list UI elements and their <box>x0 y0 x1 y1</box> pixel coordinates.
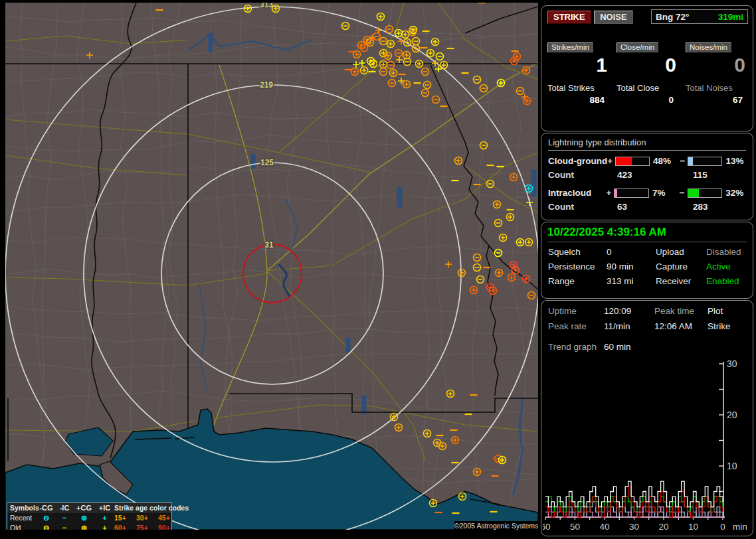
strikes-column: Strikes/min 1 Total Strikes 884 <box>547 40 610 105</box>
cg-minus-count: 115 <box>693 170 708 180</box>
trend-label-row: Trend graph 60 min <box>548 342 753 352</box>
svg-text:10: 10 <box>688 522 698 532</box>
total-noises-value: 67 <box>686 95 748 105</box>
svg-text:20: 20 <box>658 522 668 532</box>
state-borders <box>5 3 538 461</box>
total-close-value: 0 <box>616 95 679 105</box>
svg-text:313: 313 <box>260 3 273 9</box>
noises-per-min-chip: Noises/min <box>686 42 731 52</box>
bearing-display: Bng 72° 319mi <box>651 9 748 24</box>
symbols-legend: Symbols -CG -IC +CG +IC Strike age color… <box>7 502 172 530</box>
copyright-text: ©2005 Astrogenic Systems <box>454 521 538 530</box>
lightning-detector-app: 31321912531 Symbols -CG -IC +CG +IC Stri… <box>0 0 756 539</box>
old-pos-ic-icon: + <box>95 523 114 530</box>
intracloud-count-row: Count 63 283 <box>548 202 753 212</box>
svg-text:0: 0 <box>720 522 725 532</box>
recent-neg-ic-icon: − <box>56 513 73 523</box>
recent-pos-cg-icon: ⊕ <box>73 513 95 523</box>
map-canvas: 31321912531 <box>5 3 538 530</box>
stats-row: Uptime 120:09 Peak time Plot <box>548 306 753 316</box>
total-noises-label: Total Noises <box>686 83 748 93</box>
cloud-ground-row: Cloud-ground + 48% − 13% <box>548 156 753 166</box>
old-pos-cg-icon: ⊕ <box>73 523 95 530</box>
noise-button[interactable]: NOISE <box>594 11 632 24</box>
strike-map[interactable]: 31321912531 Symbols -CG -IC +CG +IC Stri… <box>5 3 538 530</box>
ic-minus-bar <box>688 189 723 198</box>
datetime-display: 10/22/2025 4:39:16 AM <box>547 226 747 242</box>
legend-age-title: Strike age color codes <box>114 503 180 513</box>
ic-plus-count: 63 <box>617 202 693 212</box>
trend-graph: 1020306050403020100min <box>543 356 750 533</box>
strikes-rate: 1 <box>547 54 610 76</box>
svg-text:20: 20 <box>727 410 737 420</box>
svg-text:60: 60 <box>543 522 551 532</box>
strike-button[interactable]: STRIKE <box>547 11 591 24</box>
svg-text:30: 30 <box>727 358 737 369</box>
svg-text:50: 50 <box>570 522 580 532</box>
lakes-rivers <box>189 33 536 495</box>
total-strikes-label: Total Strikes <box>547 83 610 93</box>
status-row: Squelch 0 Upload Disabled <box>548 247 753 257</box>
old-neg-ic-icon: − <box>56 523 73 530</box>
svg-text:125: 125 <box>260 158 274 167</box>
noises-column: Noises/min 0 Total Noises 67 <box>686 40 748 105</box>
total-strikes-value: 884 <box>547 95 610 105</box>
status-box: 10/22/2025 4:39:16 AM Squelch 0 Upload D… <box>541 222 753 299</box>
stats-row: Peak rate 11/min 12:06 AM Strike <box>548 321 753 331</box>
svg-text:min: min <box>733 522 747 532</box>
bearing-label: Bng 72° <box>656 12 689 22</box>
total-close-label: Total Close <box>616 83 679 93</box>
svg-text:30: 30 <box>629 522 639 532</box>
svg-text:40: 40 <box>599 522 609 532</box>
legend-col-ncg: -CG <box>37 503 56 513</box>
ic-plus-bar <box>614 189 649 198</box>
control-panel: STRIKE NOISE Bng 72° 319mi Strikes/min 1… <box>539 0 756 539</box>
roads <box>5 3 538 461</box>
close-column: Close/min 0 Total Close 0 <box>616 40 679 105</box>
legend-col-pic: +IC <box>95 503 114 513</box>
legend-col-pcg: +CG <box>73 503 95 513</box>
cg-minus-bar <box>688 157 722 166</box>
counters-box: STRIKE NOISE Bng 72° 319mi Strikes/min 1… <box>541 5 753 131</box>
ring-labels: 31321912531 <box>260 3 274 250</box>
distribution-title: Lightning type distribution <box>548 137 746 151</box>
old-neg-cg-icon: ⊖ <box>37 523 56 530</box>
upload-status: Disabled <box>706 247 753 257</box>
legend-row-old: Old ⊖ − ⊕ + 60+ 75+ 90+ <box>7 523 171 530</box>
cg-plus-bar <box>615 157 650 166</box>
trend-box: Uptime 120:09 Peak time Plot Peak rate 1… <box>541 300 753 536</box>
capture-status: Active <box>706 262 753 271</box>
status-row: Range 313 mi Receiver Enabled <box>548 276 753 286</box>
svg-text:219: 219 <box>260 80 273 90</box>
svg-text:10: 10 <box>727 461 737 471</box>
intracloud-row: Intracloud + 7% − 32% <box>548 188 753 198</box>
status-row: Persistence 90 min Capture Active <box>548 262 753 271</box>
close-per-min-chip: Close/min <box>616 42 658 52</box>
cg-plus-count: 423 <box>617 170 693 180</box>
legend-row-recent: Recent ⊖ − ⊕ + 15+ 30+ 45+ <box>7 513 171 523</box>
noises-rate: 0 <box>686 54 748 76</box>
close-rate: 0 <box>616 54 679 76</box>
strikes-per-min-chip: Strikes/min <box>547 42 593 52</box>
bearing-range: 319mi <box>718 12 743 22</box>
legend-symbols-label: Symbols <box>7 503 37 513</box>
ic-minus-count: 283 <box>693 202 708 212</box>
cloud-ground-count-row: Count 423 115 <box>548 170 753 180</box>
legend-header: Symbols -CG -IC +CG +IC Strike age color… <box>7 503 171 513</box>
svg-text:31: 31 <box>264 240 274 250</box>
legend-col-nic: -IC <box>56 503 73 513</box>
receiver-status: Enabled <box>706 276 753 286</box>
recent-pos-ic-icon: + <box>95 513 114 523</box>
distribution-box: Lightning type distribution Cloud-ground… <box>541 133 753 220</box>
recent-neg-cg-icon: ⊖ <box>37 513 56 523</box>
